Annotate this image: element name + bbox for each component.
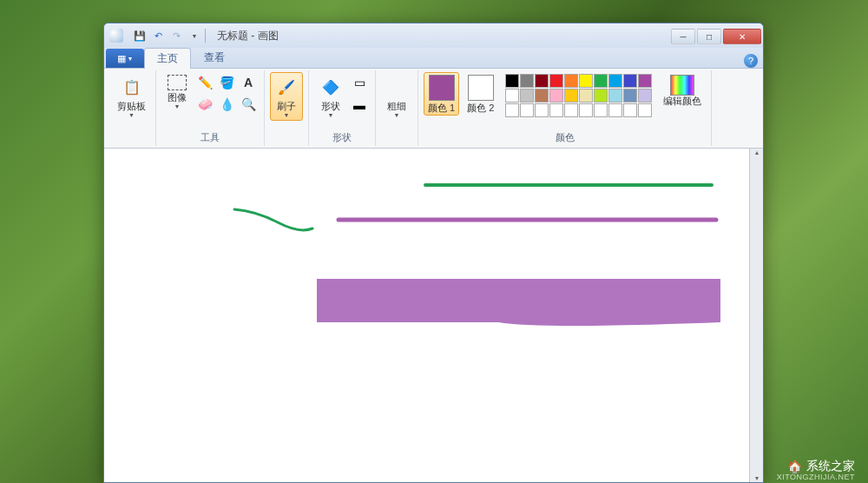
palette-color[interactable] (623, 89, 637, 103)
group-brushes: 🖌️ 刷子 ▼ (265, 70, 309, 146)
palette-color[interactable] (623, 74, 637, 88)
paste-button[interactable]: 📋 剪贴板 ▼ (113, 72, 150, 121)
palette-color[interactable] (608, 89, 622, 103)
palette-color[interactable] (579, 74, 593, 88)
pencil-icon[interactable]: ✏️ (194, 72, 215, 93)
palette-color[interactable] (505, 74, 519, 88)
paint-window: 💾 ↶ ↷ ▼ 无标题 - 画图 ─ □ ✕ ▦▼ 主页 查看 ? 📋 剪贴板 … (103, 23, 764, 483)
app-icon (109, 29, 123, 43)
edit-colors-button[interactable]: 编辑颜色 (659, 72, 706, 109)
save-icon[interactable]: 💾 (132, 28, 148, 43)
select-button[interactable]: 图像 ▼ (161, 72, 193, 112)
outline-icon[interactable]: ▭ (349, 72, 370, 93)
palette-color[interactable] (520, 74, 534, 88)
palette-color[interactable] (549, 89, 563, 103)
clipboard-icon: 📋 (120, 75, 144, 99)
undo-icon[interactable]: ↶ (150, 28, 166, 43)
palette-color[interactable] (594, 103, 608, 117)
palette-color[interactable] (564, 89, 578, 103)
group-label: 颜色 (556, 131, 575, 144)
shapes-button[interactable]: 🔷 形状 ▼ (314, 72, 347, 121)
qat-dropdown-icon[interactable]: ▼ (187, 28, 202, 43)
chevron-down-icon: ▼ (174, 103, 181, 109)
group-label (395, 134, 398, 144)
color1-swatch (429, 75, 455, 101)
rainbow-icon (670, 75, 694, 96)
color2-button[interactable]: 颜色 2 (463, 72, 498, 116)
text-icon[interactable]: A (238, 72, 259, 93)
redo-icon[interactable]: ↷ (168, 28, 184, 43)
group-label (130, 134, 133, 144)
palette-color[interactable] (608, 74, 622, 88)
group-colors: 颜色 1 颜色 2 编辑颜色 颜色 (418, 70, 712, 146)
palette-color[interactable] (608, 103, 622, 117)
palette-color[interactable] (520, 103, 534, 117)
chevron-down-icon: ▼ (284, 112, 290, 118)
palette-color[interactable] (579, 103, 593, 117)
ribbon-tab-strip: ▦▼ 主页 查看 ? (104, 48, 763, 69)
file-menu-button[interactable]: ▦▼ (106, 49, 144, 68)
palette-color[interactable] (535, 89, 549, 103)
vertical-scrollbar[interactable] (749, 149, 763, 482)
fill-shape-icon[interactable]: ▬ (349, 95, 370, 116)
palette-color[interactable] (505, 89, 519, 103)
palette-color[interactable] (535, 103, 549, 117)
quick-access-toolbar: 💾 ↶ ↷ ▼ (132, 28, 202, 43)
palette-color[interactable] (564, 74, 578, 88)
picker-icon[interactable]: 💧 (216, 94, 237, 115)
palette-color[interactable] (638, 89, 652, 103)
palette-color[interactable] (623, 103, 637, 117)
chevron-down-icon: ▼ (128, 112, 135, 118)
ribbon: 📋 剪贴板 ▼ 图像 ▼ ✏️ 🪣 A 🧼 💧 (104, 69, 763, 149)
palette-color[interactable] (549, 103, 563, 117)
chevron-down-icon: ▼ (328, 112, 334, 118)
group-shapes: 🔷 形状 ▼ ▭ ▬ 形状 (309, 70, 376, 146)
palette-color[interactable] (549, 74, 563, 88)
size-button[interactable]: 粗细 ▼ (381, 72, 412, 121)
help-icon[interactable]: ? (744, 54, 758, 68)
size-icon (386, 75, 407, 99)
group-label: 形状 (332, 131, 352, 144)
canvas-area[interactable] (104, 149, 763, 482)
color2-swatch (468, 75, 494, 101)
tab-home[interactable]: 主页 (144, 48, 191, 69)
tools-grid: ✏️ 🪣 A 🧼 💧 🔍 (194, 72, 259, 115)
window-title: 无标题 - 画图 (217, 29, 279, 43)
palette-color[interactable] (594, 74, 608, 88)
window-controls: ─ □ ✕ (671, 27, 763, 44)
canvas[interactable] (104, 149, 763, 482)
magnifier-icon[interactable]: 🔍 (238, 94, 259, 115)
maximize-button[interactable]: □ (697, 29, 721, 44)
shapes-icon: 🔷 (319, 75, 343, 99)
watermark-logo-icon: 🏠 (787, 460, 802, 473)
palette-color[interactable] (638, 74, 652, 88)
watermark-url: XITONGZHIJIA.NET (777, 473, 855, 481)
palette-color[interactable] (594, 89, 608, 103)
select-icon (168, 75, 187, 90)
palette-color[interactable] (579, 89, 593, 103)
eraser-icon[interactable]: 🧼 (194, 94, 215, 115)
brushes-button[interactable]: 🖌️ 刷子 ▼ (270, 72, 303, 121)
fill-icon[interactable]: 🪣 (216, 72, 237, 93)
chevron-down-icon: ▼ (394, 112, 400, 118)
palette-color[interactable] (535, 74, 549, 88)
palette-color[interactable] (505, 103, 519, 117)
group-clipboard: 📋 剪贴板 ▼ (108, 70, 156, 146)
group-image-tools: 图像 ▼ ✏️ 🪣 A 🧼 💧 🔍 工具 (156, 70, 265, 146)
tab-view[interactable]: 查看 (191, 47, 238, 68)
separator (205, 29, 206, 43)
minimize-button[interactable]: ─ (671, 29, 695, 44)
close-button[interactable]: ✕ (723, 29, 761, 44)
brush-icon: 🖌️ (274, 75, 299, 99)
palette-color[interactable] (564, 103, 578, 117)
group-size: 粗细 ▼ (376, 70, 418, 146)
palette-color[interactable] (520, 89, 534, 103)
color-palette (505, 74, 652, 117)
color1-button[interactable]: 颜色 1 (424, 72, 459, 116)
group-label (285, 134, 287, 144)
titlebar[interactable]: 💾 ↶ ↷ ▼ 无标题 - 画图 ─ □ ✕ (104, 23, 763, 48)
group-label: 工具 (201, 131, 220, 144)
palette-color[interactable] (638, 103, 652, 117)
